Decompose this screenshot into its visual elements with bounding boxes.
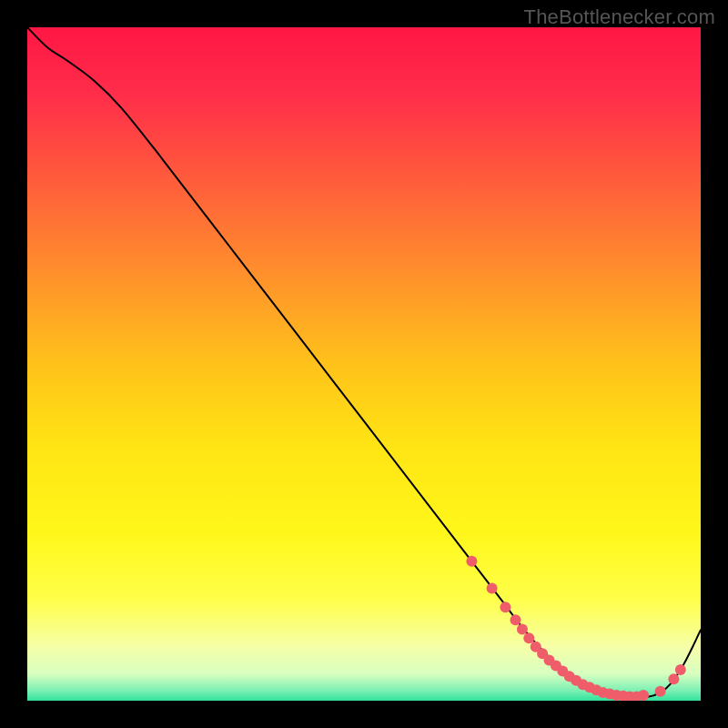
curve-marker: [638, 690, 649, 701]
watermark-text: TheBottlenecker.com: [524, 5, 715, 29]
curve-marker: [517, 624, 528, 635]
curve-marker: [500, 602, 511, 612]
curve-marker: [511, 614, 521, 625]
chart-svg: [27, 27, 701, 701]
chart-background: [27, 27, 701, 701]
curve-marker: [668, 673, 679, 684]
curve-marker: [523, 632, 534, 643]
curve-marker: [487, 582, 498, 593]
curve-marker: [655, 686, 666, 697]
curve-marker: [466, 556, 477, 567]
plot-area: [27, 27, 701, 701]
chart-container: TheBottlenecker.com: [0, 0, 728, 728]
curve-marker: [675, 664, 686, 675]
